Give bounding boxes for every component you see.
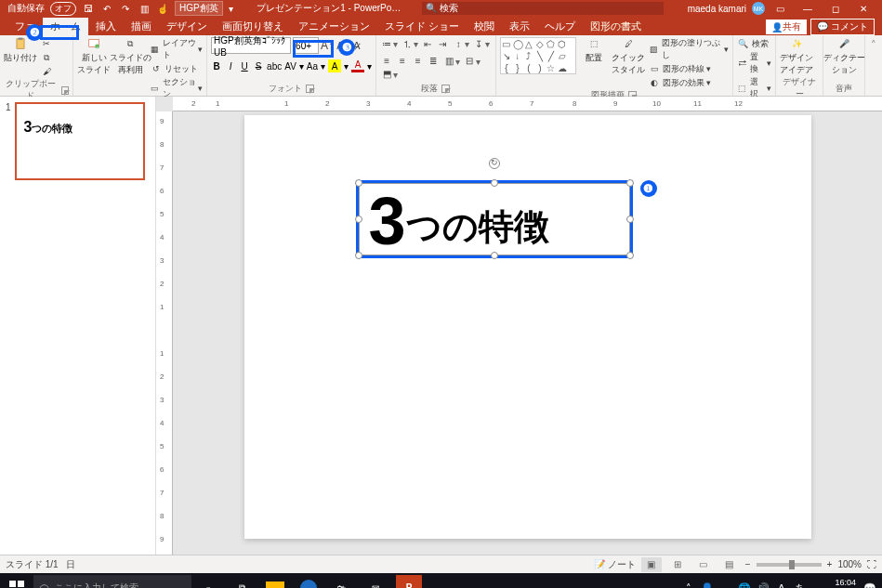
title-textbox[interactable]: 3つの特徴 [359, 183, 630, 255]
shape-fill-button[interactable]: ▨図形の塗りつぶし ▾ [648, 37, 728, 61]
powerpoint-launcher[interactable]: P [392, 573, 426, 588]
search-box[interactable]: 🔍 検索 [422, 2, 664, 15]
status-language[interactable]: 日 [66, 558, 75, 571]
underline-button[interactable]: U [239, 61, 250, 72]
reset-button[interactable]: ↺リセット [150, 62, 203, 75]
new-slide-button[interactable]: + 新しい スライド [77, 37, 111, 76]
user-name[interactable]: maeda kamari [688, 4, 746, 14]
fit-to-window-icon[interactable]: ⛶ [867, 559, 876, 569]
align-center-icon[interactable]: ≡ [396, 55, 409, 68]
handle-tr[interactable] [626, 179, 634, 187]
replace-button[interactable]: ⮂置換 ▾ [737, 51, 772, 75]
copy-icon[interactable]: ⧉ [40, 51, 53, 64]
tab-home[interactable]: ホーム [43, 18, 88, 35]
task-view-icon[interactable]: ⧉ [225, 573, 258, 588]
redo-icon[interactable]: ↷ [119, 2, 132, 15]
zoom-in-button[interactable]: + [827, 559, 833, 569]
ribbon-display-options-icon[interactable]: ▭ [767, 0, 793, 17]
zoom-percent[interactable]: 100% [837, 559, 862, 569]
slide-thumbnail-pane[interactable]: 1 3つの特徴 [0, 97, 156, 555]
shape-effects-button[interactable]: ◐図形の効果 ▾ [648, 76, 728, 89]
save-icon[interactable]: 🖫 [82, 2, 95, 15]
normal-view-icon[interactable]: ▣ [641, 557, 662, 572]
comments-button[interactable]: 💬 コメント [810, 19, 875, 35]
tab-draw[interactable]: 描画 [124, 18, 159, 35]
handle-ml[interactable] [355, 216, 362, 223]
cortana-icon[interactable]: ○ [191, 573, 225, 588]
paste-button[interactable]: 貼り付け [4, 37, 37, 64]
maximize-icon[interactable]: ◻ [823, 0, 849, 17]
tab-animations[interactable]: アニメーション [291, 18, 377, 35]
clipboard-launcher-icon[interactable] [61, 86, 69, 95]
action-center-icon[interactable]: 💬 [862, 580, 878, 588]
collapse-ribbon-icon[interactable]: ˄ [865, 35, 882, 96]
tray-ime-a-icon[interactable]: A̲ [773, 580, 790, 588]
tray-people-icon[interactable]: 👤 [699, 580, 716, 588]
slide-title-text[interactable]: 3つの特徴 [369, 188, 620, 255]
strike-button[interactable]: S [253, 61, 264, 72]
reading-view-icon[interactable]: ▭ [693, 557, 714, 572]
smartart-icon[interactable]: ⬒ [380, 68, 393, 81]
touch-mode-icon[interactable]: ☝ [156, 2, 169, 15]
zoom-slider[interactable] [757, 563, 822, 567]
find-button[interactable]: 🔍検索 [737, 37, 772, 50]
handle-tl[interactable] [355, 179, 362, 187]
close-icon[interactable]: ✕ [850, 0, 876, 17]
share-button[interactable]: 👤共有 [766, 20, 807, 34]
tray-ime-kana-icon[interactable]: あ [792, 580, 809, 588]
bold-button[interactable]: B [211, 61, 222, 72]
design-ideas-button[interactable]: ✨ デザイン アイデア [780, 37, 813, 76]
align-right-icon[interactable]: ≡ [412, 55, 425, 68]
minimize-icon[interactable]: — [795, 0, 821, 17]
dictate-button[interactable]: 🎤 ディクテー ション [827, 37, 861, 76]
change-case-button[interactable]: Aa [307, 61, 318, 72]
numbering-icon[interactable]: ⒈ [401, 38, 414, 51]
tab-transitions[interactable]: 画面切り替え [215, 18, 291, 35]
autosave-toggle[interactable]: オフ [50, 2, 76, 16]
undo-icon[interactable]: ↶ [100, 2, 113, 15]
tab-insert[interactable]: 挿入 [88, 18, 124, 35]
handle-bm[interactable] [491, 252, 498, 259]
zoom-out-button[interactable]: − [745, 559, 751, 569]
tray-onedrive-icon[interactable]: ☁ [717, 580, 734, 588]
slide-canvas[interactable]: 3つの特徴 ❶ [244, 115, 811, 539]
text-direction-icon[interactable]: ↧ [472, 37, 485, 50]
explorer-launcher[interactable] [258, 573, 292, 588]
quick-font-box[interactable]: HGP創英 [175, 1, 223, 16]
handle-mr[interactable] [626, 216, 634, 223]
handle-bl[interactable] [355, 252, 362, 259]
align-text-icon[interactable]: ⊟ [463, 55, 476, 68]
increase-indent-icon[interactable]: ⇥ [436, 37, 449, 50]
slideshow-view-icon[interactable]: ▤ [719, 557, 740, 572]
font-size-select[interactable]: 60+ [293, 37, 319, 54]
store-launcher[interactable]: 🛍 [325, 573, 359, 588]
notes-button[interactable]: 📝 ノート [594, 558, 636, 571]
justify-icon[interactable]: ≣ [427, 55, 440, 68]
layout-button[interactable]: ▦レイアウト ▾ [150, 37, 203, 61]
avatar[interactable]: MK [752, 2, 765, 15]
font-color-icon[interactable]: A [351, 59, 364, 72]
start-slideshow-icon[interactable]: ▥ [138, 2, 151, 15]
reuse-slides-button[interactable]: ⧉ スライドの 再利用 [113, 37, 147, 76]
quick-styles-button[interactable]: 🖊 クイック スタイル [612, 37, 645, 76]
format-painter-icon[interactable]: 🖌 [40, 65, 53, 78]
align-left-icon[interactable]: ≡ [380, 55, 393, 68]
tab-design[interactable]: デザイン [159, 18, 215, 35]
tab-review[interactable]: 校閲 [467, 18, 502, 35]
increase-font-icon[interactable]: A↑ [321, 39, 334, 52]
columns-icon[interactable]: ▥ [442, 55, 455, 68]
tray-volume-icon[interactable]: 🔊 [755, 580, 771, 588]
font-name-select[interactable]: HGP創英角ｺﾞｼｯｸUB [211, 37, 291, 54]
tray-up-icon[interactable]: ˄ [680, 580, 697, 588]
tab-view[interactable]: 表示 [502, 18, 537, 35]
italic-button[interactable]: I [225, 61, 236, 72]
line-spacing-icon[interactable]: ↕ [452, 37, 465, 50]
tab-shape-format[interactable]: 図形の書式 [583, 18, 649, 35]
handle-br[interactable] [626, 252, 634, 259]
paragraph-launcher-icon[interactable] [441, 85, 450, 93]
rotate-handle[interactable] [489, 158, 500, 169]
start-button[interactable] [0, 573, 33, 588]
handle-tm[interactable] [491, 179, 498, 187]
char-spacing-button[interactable]: AV [284, 61, 296, 72]
decrease-indent-icon[interactable]: ⇤ [421, 37, 434, 50]
